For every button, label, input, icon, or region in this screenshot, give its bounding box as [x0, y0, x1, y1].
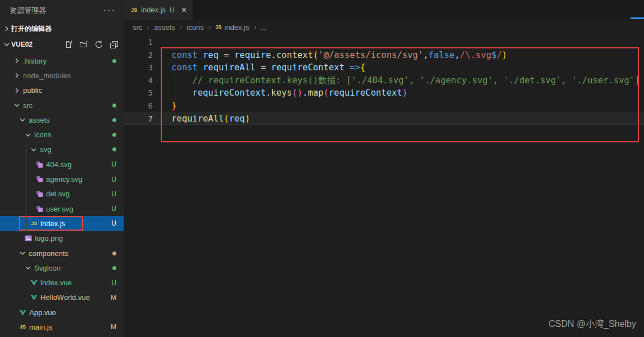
row-decoration — [112, 133, 116, 137]
project-section-header[interactable]: VUE02 — [0, 36, 124, 52]
new-file-icon[interactable] — [64, 39, 74, 50]
file-name: icons — [34, 131, 51, 139]
git-status-dot — [112, 104, 116, 107]
breadcrumb-item-src[interactable]: src — [133, 23, 142, 32]
git-status-dot — [112, 59, 116, 63]
vue-file-icon — [29, 294, 39, 301]
row-decoration: U — [111, 219, 116, 227]
tree-item-icons[interactable]: icons — [0, 127, 124, 142]
file-name: components — [29, 249, 69, 258]
code-text: // requireContext.keys()数据: ['./404.svg'… — [171, 74, 640, 87]
tree-item-svgicon[interactable]: SvgIcon — [0, 260, 124, 275]
git-status-badge: U — [111, 279, 116, 287]
explorer-title: 资源管理器 — [10, 6, 46, 16]
svg-file-icon — [35, 161, 44, 168]
tab-index-js[interactable]: JS index.js U × — [124, 0, 193, 20]
code-editor[interactable]: 12const req = require.context('@/assets/… — [124, 36, 644, 125]
svg-file-icon — [35, 205, 44, 213]
chevron-down-icon — [18, 115, 27, 124]
chevron-down-icon — [24, 131, 33, 140]
tree-item-assets[interactable]: assets — [0, 113, 124, 127]
chevron-down-icon — [29, 145, 38, 154]
tree-item-src[interactable]: src — [0, 98, 124, 113]
tree-item-user-svg[interactable]: user.svgU — [0, 201, 124, 216]
accent-dash — [631, 17, 644, 19]
tree-item-main-js[interactable]: JSmain.jsM — [0, 320, 124, 334]
explorer-header: 资源管理器 ··· — [0, 0, 124, 21]
row-decoration: U — [111, 190, 116, 198]
file-name: main.js — [29, 323, 52, 331]
file-name: index.js — [40, 219, 65, 228]
file-name: assets — [29, 116, 50, 124]
breadcrumb-item-assets[interactable]: assets — [154, 23, 175, 32]
git-status-dot — [112, 133, 116, 137]
vue-file-icon — [18, 309, 28, 316]
tab-strip: JS index.js U × — [124, 0, 644, 20]
tree-item-app-vue[interactable]: App.vue — [0, 305, 124, 320]
chevron-down-icon — [18, 249, 27, 258]
line-number: 6 — [124, 100, 153, 113]
more-actions-icon[interactable]: ··· — [103, 8, 116, 14]
open-editors-section[interactable]: 打开的编辑器 — [0, 21, 124, 36]
git-status-badge: U — [111, 219, 116, 227]
file-name: agency.svg — [46, 175, 83, 183]
new-folder-icon[interactable] — [79, 39, 89, 50]
tree-item-components[interactable]: components — [0, 246, 124, 260]
js-file-icon: JS — [131, 7, 137, 13]
line-number: 5 — [124, 87, 153, 100]
tree-item-index-vue[interactable]: index.vueU — [0, 275, 124, 290]
file-name: 404.svg — [46, 160, 72, 169]
file-name: src — [23, 101, 33, 110]
breadcrumb-item-index-js[interactable]: JSindex.js — [215, 23, 249, 32]
tree-item-node-modules[interactable]: node_modules — [0, 68, 124, 83]
git-status-dot — [112, 147, 116, 151]
row-decoration — [112, 147, 116, 151]
git-status-badge: M — [111, 323, 116, 331]
explorer-toolbar — [64, 39, 119, 50]
row-decoration — [112, 59, 116, 63]
tree-item-svg[interactable]: svg — [0, 142, 124, 157]
file-name: .history — [23, 57, 47, 65]
chevron-down-icon — [2, 40, 11, 49]
project-name: VUE02 — [11, 41, 33, 48]
tree-item-public[interactable]: public — [0, 83, 124, 98]
breadcrumb-item-icons[interactable]: icons — [187, 23, 203, 32]
tree-item-agency-svg[interactable]: agency.svgU — [0, 172, 124, 186]
code-text: } — [171, 100, 176, 113]
code-line-3[interactable]: 3const requireAll = requireContext =>{ — [124, 61, 644, 74]
file-name: svg — [40, 145, 51, 154]
tree-item-404-svg[interactable]: 404.svgU — [0, 157, 124, 172]
file-name: logo.png — [35, 234, 63, 242]
row-decoration: U — [111, 160, 116, 168]
file-name: public — [23, 86, 42, 95]
code-line-7[interactable]: 7requireAll(req) — [124, 113, 644, 125]
svg-file-icon — [35, 190, 44, 197]
tree-item-logo-png[interactable]: logo.png — [0, 231, 124, 246]
code-line-2[interactable]: 2const req = require.context('@/assets/i… — [124, 49, 644, 62]
code-line-4[interactable]: 4 // requireContext.keys()数据: ['./404.sv… — [124, 74, 644, 87]
breadcrumb-item-[interactable]: ... — [261, 23, 267, 32]
row-decoration — [112, 118, 116, 122]
js-file-icon: JS — [29, 221, 39, 226]
git-status-badge: U — [111, 160, 116, 168]
code-line-1[interactable]: 1 — [124, 36, 644, 49]
line-number: 1 — [124, 36, 153, 49]
file-name: App.vue — [29, 308, 56, 317]
tree-item-index-js[interactable]: JSindex.jsU — [0, 216, 124, 231]
close-icon[interactable]: × — [182, 6, 187, 15]
js-file-icon: JS — [215, 24, 221, 30]
file-name: node_modules — [23, 71, 71, 80]
tree-item-history[interactable]: .history — [0, 53, 124, 68]
tree-item-det-svg[interactable]: det.svgU — [0, 187, 124, 201]
refresh-icon[interactable] — [94, 39, 104, 50]
row-decoration: U — [111, 205, 116, 213]
tree-item-helloworld-vue[interactable]: HelloWorld.vueM — [0, 290, 124, 305]
breadcrumb-label: index.js — [224, 23, 249, 32]
git-status-badge: U — [111, 205, 116, 213]
collapse-all-icon[interactable] — [109, 39, 119, 50]
code-line-6[interactable]: 6} — [124, 100, 644, 113]
row-decoration: U — [111, 176, 116, 183]
chevron-down-icon — [12, 101, 21, 110]
code-line-5[interactable]: 5 requireContext.keys().map(requireConte… — [124, 87, 644, 100]
line-number: 2 — [124, 49, 153, 62]
